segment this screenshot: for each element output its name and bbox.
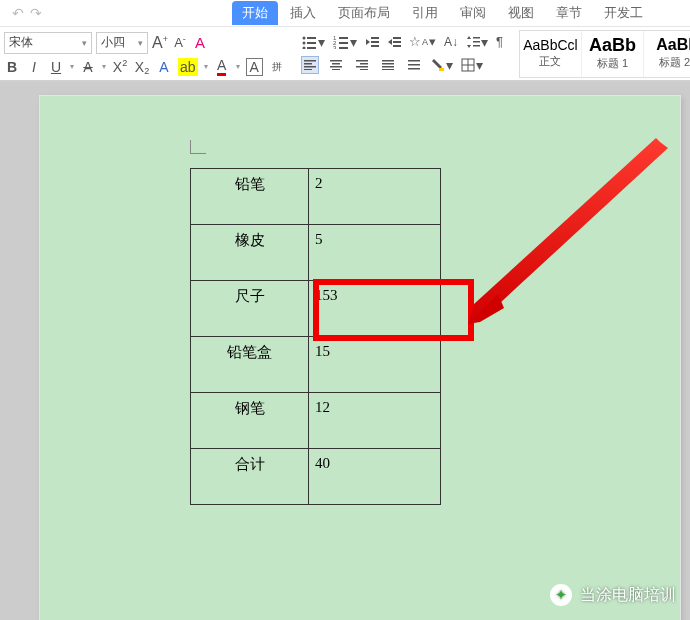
borders-button[interactable]: ▾ — [461, 57, 483, 73]
tab-dev[interactable]: 开发工 — [594, 1, 653, 25]
svg-rect-15 — [393, 37, 401, 39]
data-table[interactable]: 铅笔2 橡皮5 尺子153 铅笔盒15 钢笔12 合计40 — [190, 168, 441, 505]
chevron-down-icon: ▾ — [102, 62, 106, 71]
numbering-button[interactable]: 123▾ — [333, 34, 357, 50]
align-distribute-button[interactable] — [405, 56, 423, 74]
cell-value[interactable]: 2 — [309, 169, 441, 225]
tab-references[interactable]: 引用 — [402, 1, 448, 25]
sort-button[interactable]: A↓ — [444, 35, 458, 49]
clear-format-button[interactable]: A — [192, 34, 208, 52]
svg-rect-26 — [332, 63, 340, 65]
table-row[interactable]: 尺子153 — [191, 281, 441, 337]
grow-font-button[interactable]: A+ — [152, 34, 168, 52]
highlight-button[interactable]: ab — [178, 58, 198, 76]
svg-rect-35 — [382, 66, 394, 68]
superscript-button[interactable]: X2 — [112, 58, 128, 76]
cell-name[interactable]: 橡皮 — [191, 225, 309, 281]
paragraph-group: ▾ 123▾ ☆A▾ A↓ ▾ ¶ ▾ ▾ — [301, 34, 503, 74]
style-normal[interactable]: AaBbCcl 正文 — [520, 31, 582, 77]
cell-value[interactable]: 40 — [309, 449, 441, 505]
bold-button[interactable]: B — [4, 58, 20, 76]
redo-icon[interactable]: ↷ — [30, 5, 42, 21]
style-label: 标题 1 — [597, 56, 628, 71]
svg-rect-11 — [339, 47, 348, 49]
svg-rect-7 — [339, 37, 348, 39]
chevron-down-icon: ▾ — [70, 62, 74, 71]
style-label: 标题 2 — [659, 55, 690, 70]
annotation-arrow-icon — [460, 136, 670, 326]
char-border-button[interactable]: A — [246, 58, 263, 76]
strikethrough-button[interactable]: A — [80, 58, 96, 76]
style-label: 正文 — [539, 54, 561, 69]
align-left-button[interactable] — [301, 56, 319, 74]
svg-rect-1 — [307, 37, 316, 39]
line-spacing-button[interactable]: ▾ — [466, 34, 488, 50]
underline-button[interactable]: U — [48, 58, 64, 76]
svg-rect-25 — [330, 60, 342, 62]
subscript-button[interactable]: X2 — [134, 58, 150, 76]
text-direction-button[interactable]: ☆A▾ — [409, 34, 436, 49]
bullets-button[interactable]: ▾ — [301, 34, 325, 50]
table-row[interactable]: 橡皮5 — [191, 225, 441, 281]
decrease-indent-button[interactable] — [365, 35, 379, 49]
align-justify-button[interactable] — [379, 56, 397, 74]
svg-rect-18 — [473, 37, 480, 39]
menu-tabs: ↶ ↷ 开始 插入 页面布局 引用 审阅 视图 章节 开发工 — [0, 0, 690, 26]
svg-rect-31 — [356, 66, 368, 68]
shrink-font-button[interactable]: A- — [172, 34, 188, 52]
tab-section[interactable]: 章节 — [546, 1, 592, 25]
tab-layout[interactable]: 页面布局 — [328, 1, 400, 25]
table-row[interactable]: 铅笔盒15 — [191, 337, 441, 393]
cell-name[interactable]: 合计 — [191, 449, 309, 505]
svg-rect-24 — [304, 69, 312, 70]
cell-value[interactable]: 153 — [309, 281, 441, 337]
show-marks-button[interactable]: ¶ — [496, 34, 503, 49]
cell-name[interactable]: 尺子 — [191, 281, 309, 337]
align-center-button[interactable] — [327, 56, 345, 74]
page[interactable]: 铅笔2 橡皮5 尺子153 铅笔盒15 钢笔12 合计40 — [40, 96, 680, 620]
style-heading1[interactable]: AaBb 标题 1 — [582, 31, 644, 77]
cell-name[interactable]: 铅笔盒 — [191, 337, 309, 393]
watermark: ✦ 当涂电脑培训 — [550, 584, 676, 606]
shading-button[interactable]: ▾ — [431, 57, 453, 73]
italic-button[interactable]: I — [26, 58, 42, 76]
svg-marker-44 — [468, 138, 668, 324]
font-color-button[interactable]: A — [214, 58, 230, 76]
svg-rect-21 — [304, 60, 316, 62]
cell-name[interactable]: 钢笔 — [191, 393, 309, 449]
chevron-down-icon: ▾ — [204, 62, 208, 71]
tab-view[interactable]: 视图 — [498, 1, 544, 25]
table-row[interactable]: 钢笔12 — [191, 393, 441, 449]
text-effect-button[interactable]: A — [156, 58, 172, 76]
svg-text:3: 3 — [333, 45, 337, 49]
table-row[interactable]: 合计40 — [191, 449, 441, 505]
tab-review[interactable]: 审阅 — [450, 1, 496, 25]
cell-value[interactable]: 12 — [309, 393, 441, 449]
cell-value[interactable]: 5 — [309, 225, 441, 281]
phonetic-button[interactable]: 拼 — [269, 58, 285, 76]
table-row[interactable]: 铅笔2 — [191, 169, 441, 225]
svg-point-0 — [302, 36, 305, 39]
tab-start[interactable]: 开始 — [232, 1, 278, 25]
svg-rect-34 — [382, 63, 394, 65]
tab-insert[interactable]: 插入 — [280, 1, 326, 25]
svg-point-2 — [302, 41, 305, 44]
chevron-down-icon: ▾ — [82, 38, 87, 48]
font-size-select[interactable]: 小四▾ — [96, 32, 148, 54]
align-right-button[interactable] — [353, 56, 371, 74]
svg-rect-38 — [408, 64, 420, 66]
undo-icon[interactable]: ↶ — [12, 5, 24, 21]
font-group: 宋体▾ 小四▾ A+ A- A B I U▾ A▾ X2 X2 A ab▾ A▾… — [4, 32, 285, 76]
page-corner-mark — [190, 140, 206, 154]
cell-name[interactable]: 铅笔 — [191, 169, 309, 225]
svg-rect-40 — [439, 68, 444, 71]
style-preview: AaBbCcl — [523, 38, 577, 52]
chevron-down-icon: ▾ — [236, 62, 240, 71]
cell-value[interactable]: 15 — [309, 337, 441, 393]
style-preview: AaBb — [589, 36, 636, 54]
svg-rect-12 — [371, 37, 379, 39]
style-heading2[interactable]: AaBl 标题 2 — [644, 31, 690, 77]
increase-indent-button[interactable] — [387, 35, 401, 49]
font-name-value: 宋体 — [9, 34, 33, 51]
font-name-select[interactable]: 宋体▾ — [4, 32, 92, 54]
